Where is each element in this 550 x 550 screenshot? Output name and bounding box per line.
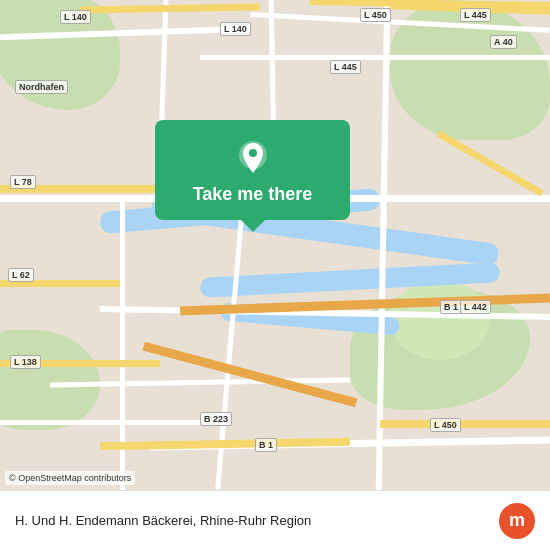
road-label-L445-mid: L 445 (330, 60, 361, 74)
moovit-icon: m (499, 503, 535, 539)
cta-label: Take me there (193, 184, 313, 205)
green-area (390, 280, 490, 360)
svg-point-1 (249, 149, 257, 157)
road-label-L138: L 138 (10, 355, 41, 369)
road-label-B1-bot: B 1 (255, 438, 277, 452)
road-label-Nordhafen: Nordhafen (15, 80, 68, 94)
road-label-B223: B 223 (200, 412, 232, 426)
road-label-L140-right: L 140 (220, 22, 251, 36)
moovit-logo: m (499, 503, 535, 539)
road-label-A40: A 40 (490, 35, 517, 49)
map-attribution: © OpenStreetMap contributors (5, 471, 135, 485)
road-label-L445: L 445 (460, 8, 491, 22)
road-label-L450: L 450 (360, 8, 391, 22)
road-label-L450-bot: L 450 (430, 418, 461, 432)
bottom-bar: H. Und H. Endemann Bäckerei, Rhine-Ruhr … (0, 490, 550, 550)
location-pin-icon (235, 140, 271, 176)
road-label-L442: L 442 (460, 300, 491, 314)
road (200, 55, 550, 60)
road-label-L62: L 62 (8, 268, 34, 282)
map-container: L 140L 140L 450L 445A 40L 445L 78L 62L 1… (0, 0, 550, 490)
road-label-B1-mid: B 1 (440, 300, 462, 314)
road-label-L78: L 78 (10, 175, 36, 189)
place-name: H. Und H. Endemann Bäckerei, Rhine-Ruhr … (15, 513, 311, 528)
road-label-L140-top: L 140 (60, 10, 91, 24)
road (0, 420, 200, 425)
road-yellow (380, 420, 550, 428)
take-me-there-button[interactable]: Take me there (155, 120, 350, 220)
